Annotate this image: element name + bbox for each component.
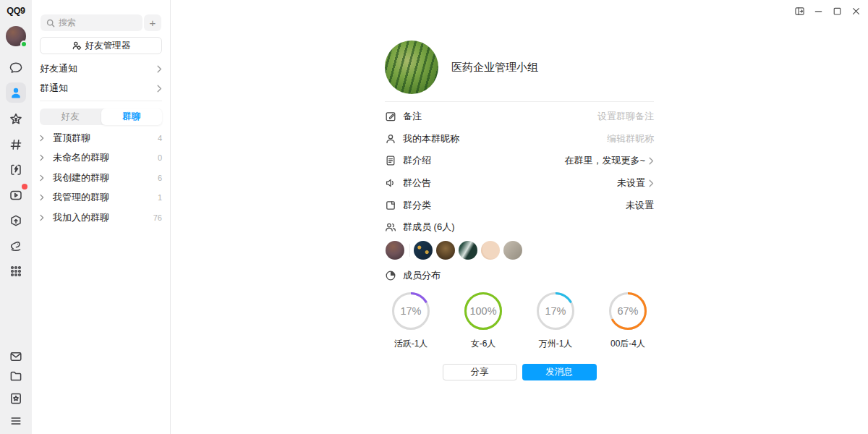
- maximize-button[interactable]: [833, 7, 842, 16]
- pie-chart-icon: [385, 270, 396, 281]
- group-intro-text: 在群里，发现更多~: [564, 154, 645, 167]
- group-avatar[interactable]: [385, 41, 438, 94]
- group-category-pinned[interactable]: 置顶群聊 4: [40, 130, 162, 146]
- avatar-separator: [409, 244, 410, 257]
- group-members-label: 群成员 (6人): [403, 221, 455, 234]
- group-intro-row[interactable]: 群介绍 在群里，发现更多~: [385, 150, 654, 172]
- members-icon: [385, 221, 396, 233]
- donut-label: 00后-4人: [610, 338, 645, 350]
- group-notifications-row[interactable]: 群通知: [40, 80, 162, 96]
- tab-groups[interactable]: 群聊: [101, 109, 163, 125]
- donut-label: 活跃-1人: [394, 338, 428, 350]
- member-distribution-row: 成员分布: [385, 265, 654, 287]
- speaker-icon: [385, 177, 396, 189]
- distribution-charts: 17% 活跃-1人 100% 女-6人 17% 万州-1人: [385, 286, 654, 350]
- category-label: 我创建的群聊: [53, 171, 109, 184]
- qzone-tab[interactable]: [6, 109, 26, 129]
- messages-tab[interactable]: [6, 58, 26, 78]
- nickname-value: 编辑群昵称: [607, 132, 654, 145]
- channels-hash-icon: [9, 137, 23, 152]
- friend-manager-icon: [72, 41, 82, 51]
- member-avatar[interactable]: [414, 241, 433, 260]
- message-icon: [9, 61, 23, 75]
- chevron-right-icon: [649, 157, 654, 165]
- weishi-tab[interactable]: [6, 236, 26, 256]
- group-intro-label: 群介绍: [403, 154, 431, 167]
- search-placeholder: 搜索: [59, 17, 76, 29]
- category-label: 我加入的群聊: [53, 211, 109, 224]
- document-icon: [385, 155, 396, 166]
- donut-percent: 100%: [463, 291, 503, 331]
- donut-label: 万州-1人: [539, 338, 573, 350]
- category-count: 6: [158, 174, 162, 182]
- group-category-row[interactable]: 群分类 未设置: [385, 194, 654, 216]
- remark-row[interactable]: 备注 设置群聊备注: [385, 106, 654, 128]
- donut-chart: 67%: [608, 291, 648, 331]
- member-avatar[interactable]: [386, 241, 404, 260]
- notification-badge: [22, 184, 27, 190]
- video-icon: [9, 188, 23, 203]
- channels-tab[interactable]: [6, 135, 26, 155]
- stat-region: 17% 万州-1人: [533, 291, 578, 350]
- mini-world-tab[interactable]: [6, 210, 26, 231]
- online-status-dot: [20, 41, 27, 48]
- friend-manager-button[interactable]: 好友管理器: [40, 37, 162, 54]
- main-menu-button[interactable]: [6, 411, 26, 431]
- panel-divider: [40, 101, 162, 101]
- member-avatar[interactable]: [503, 241, 522, 260]
- donut-chart: 17%: [391, 291, 431, 331]
- contacts-icon: [9, 85, 23, 100]
- mail-icon: [9, 349, 23, 364]
- group-category-joined[interactable]: 我加入的群聊 76: [40, 210, 162, 226]
- member-avatars: [385, 240, 654, 260]
- member-avatar[interactable]: [436, 241, 455, 260]
- share-button[interactable]: 分享: [443, 364, 517, 380]
- category-label: 我管理的群聊: [53, 191, 109, 204]
- user-avatar[interactable]: [6, 26, 26, 46]
- chevron-right-icon: [40, 194, 45, 201]
- chevron-right-icon: [649, 179, 654, 187]
- group-category-label: 群分类: [403, 199, 431, 212]
- mini-mode-button[interactable]: [795, 7, 804, 16]
- group-notifications-label: 群通知: [40, 82, 68, 95]
- folder-button[interactable]: [6, 366, 26, 386]
- search-input[interactable]: 搜索: [41, 14, 142, 31]
- contacts-panel: 搜索 + 好友管理器 好友通知 群通知 好友 群聊 置顶群聊 4 未命名的群聊 …: [32, 0, 171, 434]
- member-avatar[interactable]: [481, 241, 500, 260]
- minimize-button[interactable]: [814, 7, 823, 16]
- video-tab[interactable]: [6, 185, 26, 205]
- group-announcement-row[interactable]: 群公告 未设置: [385, 172, 654, 195]
- contacts-tab[interactable]: [6, 82, 26, 103]
- chevron-right-icon: [40, 174, 45, 182]
- tag-icon: [385, 200, 396, 211]
- tab-friends[interactable]: 好友: [40, 109, 101, 125]
- more-apps-tab[interactable]: [6, 261, 26, 281]
- menu-icon: [9, 414, 23, 428]
- mail-button[interactable]: [6, 346, 26, 367]
- donut-label: 女-6人: [471, 338, 496, 350]
- add-button[interactable]: +: [144, 14, 161, 31]
- group-category-created[interactable]: 我创建的群聊 6: [40, 170, 162, 186]
- mini-world-icon: [9, 213, 23, 228]
- favorites-icon: [9, 391, 23, 406]
- friend-manager-label: 好友管理器: [85, 40, 131, 52]
- weishi-bird-icon: [9, 239, 23, 253]
- group-category-unnamed[interactable]: 未命名的群聊 0: [40, 150, 162, 166]
- category-count: 4: [158, 134, 162, 142]
- group-members-row[interactable]: 群成员 (6人): [385, 216, 654, 239]
- friend-notifications-row[interactable]: 好友通知: [40, 61, 162, 77]
- game-center-tab[interactable]: [6, 160, 26, 180]
- send-message-button[interactable]: 发消息: [522, 364, 597, 380]
- group-category-managed[interactable]: 我管理的群聊 1: [40, 190, 162, 205]
- group-profile-pane: 医药企业管理小组 备注 设置群聊备注 我的本群昵称 编辑群昵称 群介绍 在群里，…: [171, 0, 868, 434]
- member-avatar[interactable]: [459, 241, 477, 260]
- nickname-row[interactable]: 我的本群昵称 编辑群昵称: [385, 128, 654, 150]
- donut-percent: 67%: [608, 291, 648, 331]
- chevron-right-icon: [157, 65, 162, 73]
- close-button[interactable]: [851, 7, 861, 16]
- window-controls: [795, 0, 868, 19]
- app-rail: QQ9: [0, 0, 32, 434]
- person-icon: [385, 133, 396, 145]
- stat-female: 100% 女-6人: [461, 291, 506, 350]
- favorites-button[interactable]: [6, 388, 26, 409]
